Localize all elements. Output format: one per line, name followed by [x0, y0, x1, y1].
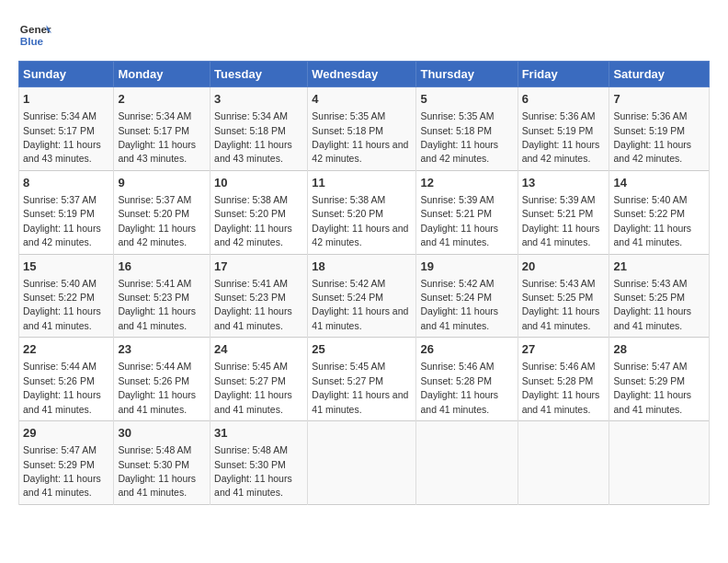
- calendar-cell: 8Sunrise: 5:37 AMSunset: 5:19 PMDaylight…: [19, 170, 114, 254]
- sunset-text: Sunset: 5:29 PM: [23, 459, 95, 470]
- sunset-text: Sunset: 5:19 PM: [613, 125, 685, 136]
- day-number: 26: [420, 341, 513, 358]
- sunrise-text: Sunrise: 5:43 AM: [613, 278, 687, 289]
- sunrise-text: Sunrise: 5:45 AM: [214, 361, 288, 372]
- daylight-text: Daylight: 11 hours and 41 minutes.: [118, 473, 196, 498]
- calendar-cell: 4Sunrise: 5:35 AMSunset: 5:18 PMDaylight…: [308, 87, 416, 171]
- calendar-cell: 13Sunrise: 5:39 AMSunset: 5:21 PMDayligh…: [518, 170, 609, 254]
- day-number: 17: [214, 259, 303, 275]
- calendar-cell: 30Sunrise: 5:48 AMSunset: 5:30 PMDayligh…: [114, 421, 210, 505]
- day-number: 22: [23, 341, 109, 358]
- calendar-cell: 10Sunrise: 5:38 AMSunset: 5:20 PMDayligh…: [210, 170, 308, 254]
- sunrise-text: Sunrise: 5:42 AM: [420, 278, 494, 289]
- sunrise-text: Sunrise: 5:40 AM: [23, 278, 97, 289]
- calendar-cell: 9Sunrise: 5:37 AMSunset: 5:20 PMDaylight…: [114, 170, 210, 254]
- calendar-cell: [518, 421, 609, 505]
- daylight-text: Daylight: 11 hours and 41 minutes.: [613, 223, 691, 247]
- calendar-cell: 11Sunrise: 5:38 AMSunset: 5:20 PMDayligh…: [308, 170, 416, 254]
- day-header-sunday: Sunday: [19, 62, 114, 87]
- day-number: 5: [420, 91, 513, 108]
- daylight-text: Daylight: 11 hours and 41 minutes.: [23, 305, 101, 330]
- calendar-cell: 12Sunrise: 5:39 AMSunset: 5:21 PMDayligh…: [416, 170, 518, 254]
- sunset-text: Sunset: 5:28 PM: [522, 375, 594, 386]
- sunrise-text: Sunrise: 5:34 AM: [214, 110, 288, 121]
- day-header-monday: Monday: [114, 62, 210, 87]
- daylight-text: Daylight: 11 hours and 42 minutes.: [312, 139, 408, 164]
- calendar-cell: 17Sunrise: 5:41 AMSunset: 5:23 PMDayligh…: [210, 254, 308, 338]
- daylight-text: Daylight: 11 hours and 41 minutes.: [522, 305, 600, 330]
- day-number: 10: [214, 175, 303, 191]
- sunset-text: Sunset: 5:27 PM: [214, 375, 286, 386]
- sunset-text: Sunset: 5:18 PM: [214, 125, 286, 136]
- daylight-text: Daylight: 11 hours and 41 minutes.: [312, 305, 408, 330]
- sunrise-text: Sunrise: 5:45 AM: [312, 361, 385, 372]
- sunrise-text: Sunrise: 5:39 AM: [420, 194, 494, 205]
- calendar-week-5: 29Sunrise: 5:47 AMSunset: 5:29 PMDayligh…: [19, 421, 710, 505]
- day-number: 21: [613, 259, 705, 275]
- sunrise-text: Sunrise: 5:46 AM: [420, 361, 494, 372]
- sunset-text: Sunset: 5:17 PM: [118, 125, 189, 136]
- calendar-cell: 14Sunrise: 5:40 AMSunset: 5:22 PMDayligh…: [609, 170, 710, 254]
- calendar-cell: 5Sunrise: 5:35 AMSunset: 5:18 PMDaylight…: [416, 87, 518, 171]
- day-header-wednesday: Wednesday: [308, 62, 416, 87]
- sunrise-text: Sunrise: 5:36 AM: [522, 110, 596, 121]
- calendar-cell: 23Sunrise: 5:44 AMSunset: 5:26 PMDayligh…: [114, 338, 210, 421]
- calendar-cell: 26Sunrise: 5:46 AMSunset: 5:28 PMDayligh…: [416, 338, 518, 421]
- calendar-cell: 24Sunrise: 5:45 AMSunset: 5:27 PMDayligh…: [210, 338, 308, 421]
- general-blue-logo-icon: General Blue: [18, 18, 51, 52]
- sunset-text: Sunset: 5:19 PM: [522, 125, 594, 136]
- daylight-text: Daylight: 11 hours and 41 minutes.: [420, 389, 498, 414]
- sunrise-text: Sunrise: 5:47 AM: [23, 444, 97, 455]
- calendar-cell: 21Sunrise: 5:43 AMSunset: 5:25 PMDayligh…: [609, 254, 710, 338]
- page-header: General Blue: [18, 18, 710, 52]
- sunset-text: Sunset: 5:28 PM: [420, 375, 492, 386]
- calendar-table: SundayMondayTuesdayWednesdayThursdayFrid…: [18, 61, 710, 505]
- calendar-cell: 29Sunrise: 5:47 AMSunset: 5:29 PMDayligh…: [19, 421, 114, 505]
- day-number: 4: [312, 91, 412, 108]
- sunrise-text: Sunrise: 5:41 AM: [118, 278, 191, 289]
- sunset-text: Sunset: 5:25 PM: [522, 292, 594, 303]
- daylight-text: Daylight: 11 hours and 41 minutes.: [613, 305, 691, 330]
- calendar-cell: 22Sunrise: 5:44 AMSunset: 5:26 PMDayligh…: [19, 338, 114, 421]
- day-number: 2: [118, 91, 206, 108]
- day-number: 15: [23, 259, 109, 275]
- calendar-cell: 20Sunrise: 5:43 AMSunset: 5:25 PMDayligh…: [518, 254, 609, 338]
- header-row: SundayMondayTuesdayWednesdayThursdayFrid…: [19, 62, 710, 87]
- daylight-text: Daylight: 11 hours and 42 minutes.: [118, 223, 196, 247]
- daylight-text: Daylight: 11 hours and 42 minutes.: [214, 223, 292, 247]
- sunset-text: Sunset: 5:29 PM: [613, 375, 685, 386]
- daylight-text: Daylight: 11 hours and 42 minutes.: [522, 139, 600, 164]
- calendar-cell: 28Sunrise: 5:47 AMSunset: 5:29 PMDayligh…: [609, 338, 710, 421]
- sunset-text: Sunset: 5:17 PM: [23, 125, 95, 136]
- daylight-text: Daylight: 11 hours and 41 minutes.: [214, 389, 292, 414]
- daylight-text: Daylight: 11 hours and 41 minutes.: [214, 305, 292, 330]
- sunrise-text: Sunrise: 5:42 AM: [312, 278, 385, 289]
- sunrise-text: Sunrise: 5:35 AM: [312, 110, 385, 121]
- sunrise-text: Sunrise: 5:44 AM: [118, 361, 191, 372]
- sunrise-text: Sunrise: 5:48 AM: [118, 444, 191, 455]
- sunset-text: Sunset: 5:24 PM: [312, 292, 383, 303]
- calendar-cell: 6Sunrise: 5:36 AMSunset: 5:19 PMDaylight…: [518, 87, 609, 171]
- sunset-text: Sunset: 5:20 PM: [312, 208, 383, 219]
- sunset-text: Sunset: 5:18 PM: [420, 125, 492, 136]
- sunset-text: Sunset: 5:18 PM: [312, 125, 383, 136]
- day-number: 25: [312, 341, 412, 358]
- day-number: 20: [522, 259, 606, 275]
- daylight-text: Daylight: 11 hours and 43 minutes.: [214, 139, 292, 164]
- calendar-cell: 16Sunrise: 5:41 AMSunset: 5:23 PMDayligh…: [114, 254, 210, 338]
- calendar-cell: 25Sunrise: 5:45 AMSunset: 5:27 PMDayligh…: [308, 338, 416, 421]
- svg-text:Blue: Blue: [20, 35, 44, 47]
- calendar-cell: [609, 421, 710, 505]
- daylight-text: Daylight: 11 hours and 41 minutes.: [312, 389, 408, 414]
- day-header-tuesday: Tuesday: [210, 62, 308, 87]
- sunset-text: Sunset: 5:24 PM: [420, 292, 492, 303]
- calendar-week-4: 22Sunrise: 5:44 AMSunset: 5:26 PMDayligh…: [19, 338, 710, 421]
- daylight-text: Daylight: 11 hours and 41 minutes.: [613, 389, 691, 414]
- sunrise-text: Sunrise: 5:48 AM: [214, 444, 288, 455]
- calendar-cell: 3Sunrise: 5:34 AMSunset: 5:18 PMDaylight…: [210, 87, 308, 171]
- sunrise-text: Sunrise: 5:47 AM: [613, 361, 687, 372]
- calendar-cell: [416, 421, 518, 505]
- sunset-text: Sunset: 5:26 PM: [118, 375, 189, 386]
- calendar-cell: [308, 421, 416, 505]
- daylight-text: Daylight: 11 hours and 41 minutes.: [420, 305, 498, 330]
